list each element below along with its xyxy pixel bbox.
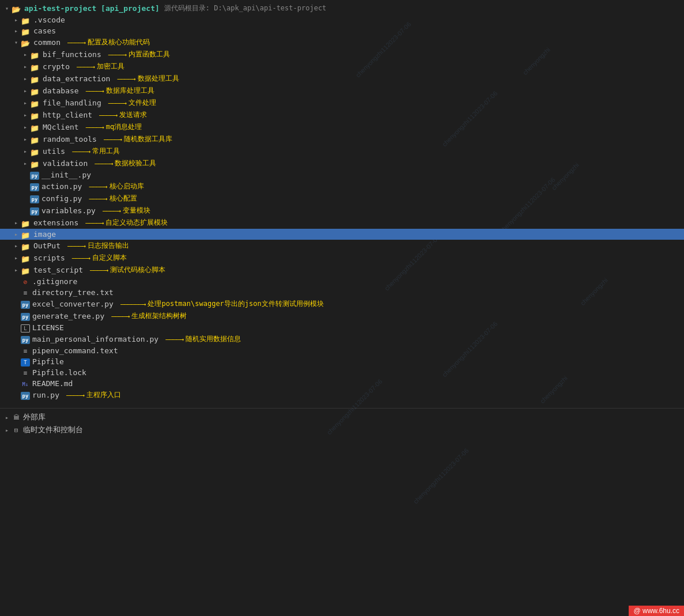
- tree-item-run-py[interactable]: run.py 主程序入口: [0, 389, 684, 401]
- tree-item-license[interactable]: LICENSE: [0, 322, 684, 333]
- python-icon-init: [30, 172, 39, 180]
- tree-item-scripts[interactable]: 📁 scripts 自定义脚本: [0, 252, 684, 264]
- label-readme: README.md: [32, 379, 73, 388]
- label-validation: validation: [43, 159, 88, 168]
- annotation-validation: 数据校验工具: [92, 158, 156, 168]
- building-icon: 🏛: [12, 413, 21, 421]
- annotation-text-crypto: 加密工具: [97, 62, 124, 71]
- tree-item-generate-tree[interactable]: generate_tree.py 生成框架结构树树: [0, 310, 684, 322]
- folder-icon-scripts: 📁: [21, 255, 31, 263]
- annotation-text-output: 日志报告输出: [88, 241, 129, 251]
- tree-item-mqclient[interactable]: 📁 MQclient mq消息处理: [0, 121, 684, 133]
- label-file-handling: file_handling: [43, 99, 101, 107]
- footer-link[interactable]: www.6hu.cc: [643, 607, 679, 615]
- tree-item-data-extraction[interactable]: 📁 data_extraction 数据处理工具: [0, 73, 684, 85]
- annotation-main-personal: 随机实用数据信息: [163, 334, 241, 344]
- label-excel-converter: excel_converter.py: [32, 300, 114, 308]
- label-common: common: [33, 38, 61, 47]
- annotation-database: 数据库处理工具: [84, 86, 154, 96]
- tree-item-common[interactable]: 📂 common 配置及核心功能代码: [0, 36, 684, 48]
- bottom-panel: 🏛 外部库 ⊟ 临时文件和控制台: [0, 408, 684, 436]
- tree-item-vscode[interactable]: 📁 .vscode: [0, 14, 684, 25]
- arrow-annotation-excel-converter: [120, 300, 146, 308]
- label-pipenv-command: pipenv_command.text: [32, 346, 118, 355]
- panel-item-temp-files[interactable]: ⊟ 临时文件和控制台: [0, 424, 684, 436]
- tree-item-gitignore[interactable]: .gitignore: [0, 276, 684, 287]
- annotation-text-config: 核心配置: [109, 194, 137, 203]
- tree-item-utils[interactable]: 📁 utils 常用工具: [0, 145, 684, 157]
- folder-icon-output: 📁: [21, 243, 31, 251]
- tree-item-init-py[interactable]: __init__.py: [0, 169, 684, 180]
- folder-icon-common: 📂: [21, 39, 31, 47]
- tree-item-main-personal[interactable]: main_personal_information.py 随机实用数据信息: [0, 333, 684, 345]
- arrow-annotation-mqclient: [86, 123, 104, 131]
- tree-item-directory-tree[interactable]: directory_tree.txt: [0, 287, 684, 298]
- arrow-annotation-http-client: [99, 111, 117, 119]
- arrow-data-extraction: [21, 75, 30, 82]
- folder-icon-validation: 📁: [30, 160, 40, 168]
- arrow-root: [2, 5, 12, 12]
- text-icon-directory: [21, 289, 30, 297]
- arrow-annotation-common: [67, 39, 85, 47]
- tree-item-random-tools[interactable]: 📁 random_tools 随机数据工具库: [0, 133, 684, 145]
- tree-item-action-py[interactable]: action.py 核心启动库: [0, 180, 684, 192]
- arrow-database: [21, 88, 30, 94]
- tree-item-database[interactable]: 📁 database 数据库处理工具: [0, 85, 684, 97]
- tree-item-image[interactable]: 📁 image: [0, 229, 684, 240]
- tree-item-file-handling[interactable]: 📁 file_handling 文件处理: [0, 97, 684, 109]
- python-icon-generate-tree: [21, 313, 30, 321]
- arrow-validation: [21, 160, 30, 167]
- python-icon-run: [21, 392, 30, 400]
- annotation-text-common: 配置及核心功能代码: [88, 37, 150, 47]
- tree-item-variables-py[interactable]: variables.py 变量模块: [0, 205, 684, 217]
- folder-icon-mqclient: 📁: [30, 124, 40, 132]
- tree-item-extensions[interactable]: 📁 extensions 自定义动态扩展模块: [0, 217, 684, 229]
- label-test-script: test_script: [33, 266, 83, 274]
- folder-icon-utils: 📁: [30, 148, 40, 156]
- gitignore-icon: [21, 278, 30, 286]
- arrow-utils: [21, 148, 30, 154]
- annotation-data-extraction: 数据处理工具: [115, 74, 179, 84]
- label-data-extraction: data_extraction: [43, 74, 110, 83]
- arrow-mqclient: [21, 124, 30, 130]
- arrow-common: [12, 39, 21, 46]
- label-cases: cases: [33, 27, 56, 35]
- tree-item-crypto[interactable]: 📁 crypto 加密工具: [0, 61, 684, 73]
- arrow-vscode: [12, 17, 21, 23]
- arrow-annotation-crypto: [77, 63, 95, 71]
- tree-item-cases[interactable]: 📁 cases: [0, 25, 684, 36]
- annotation-text-mqclient: mq消息处理: [106, 122, 142, 132]
- tree-item-pipfile-lock[interactable]: Pipfile.lock: [0, 367, 684, 378]
- arrow-annotation-config: [89, 195, 107, 203]
- panel-item-external-libs[interactable]: 🏛 外部库: [0, 411, 684, 424]
- arrow-annotation-validation: [95, 160, 112, 168]
- annotation-text-file-handling: 文件处理: [129, 98, 156, 108]
- arrow-annotation-generate-tree: [111, 312, 129, 320]
- python-icon-main-personal: [21, 336, 30, 344]
- tree-item-readme[interactable]: README.md: [0, 378, 684, 389]
- tree-item-output[interactable]: 📁 OutPut 日志报告输出: [0, 240, 684, 252]
- label-image: image: [33, 230, 56, 239]
- tree-item-excel-converter[interactable]: excel_converter.py 处理postman\swagger导出的j…: [0, 298, 684, 310]
- arrow-annotation-variables: [103, 207, 120, 215]
- annotation-crypto: 加密工具: [74, 62, 124, 71]
- label-gitignore: .gitignore: [32, 277, 77, 286]
- tree-item-config-py[interactable]: config.py 核心配置: [0, 192, 684, 205]
- arrow-annotation-data-extraction: [117, 75, 135, 83]
- label-external-libs: 外部库: [23, 412, 46, 422]
- tree-item-pipfile[interactable]: Pipfile: [0, 356, 684, 367]
- terminal-icon: ⊟: [12, 426, 21, 434]
- tree-item-root[interactable]: 📂 api-test-project [api_project] 源代码根目录:…: [0, 2, 684, 14]
- label-generate-tree: generate_tree.py: [32, 312, 104, 320]
- tree-item-pipenv-command[interactable]: pipenv_command.text: [0, 345, 684, 356]
- tree-item-http-client[interactable]: 📁 http_client 发送请求: [0, 109, 684, 121]
- folder-icon-test-script: 📁: [21, 267, 31, 275]
- label-variables-py: variables.py: [41, 206, 96, 215]
- tree-item-bif-functions[interactable]: 📁 bif_functions 内置函数工具: [0, 48, 684, 61]
- tree-item-test-script[interactable]: 📁 test_script 测试代码核心脚本: [0, 264, 684, 276]
- label-main-personal: main_personal_information.py: [32, 335, 158, 343]
- annotation-excel-converter: 处理postman\swagger导出的json文件转测试用例模块: [118, 299, 324, 309]
- footer-label: @: [633, 607, 643, 615]
- label-pipfile-lock: Pipfile.lock: [32, 368, 86, 377]
- tree-item-validation[interactable]: 📁 validation 数据校验工具: [0, 157, 684, 169]
